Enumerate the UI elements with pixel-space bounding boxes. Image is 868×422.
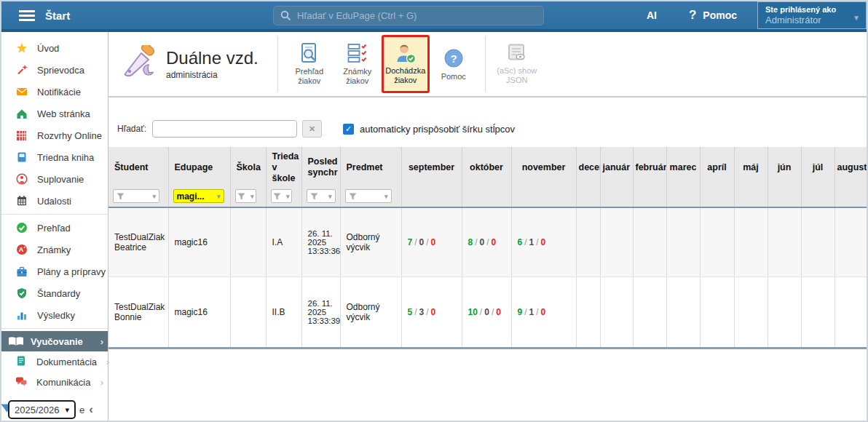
cell-skola bbox=[230, 276, 266, 348]
sidebar-item-notifikacie[interactable]: Notifikácie bbox=[1, 81, 108, 103]
attendance-table: Študent Edupage Škola Trieda v škole Pos… bbox=[108, 147, 868, 349]
sidebar-item-prehlad[interactable]: Prehľad bbox=[1, 217, 108, 239]
grades-circle-icon: A bbox=[15, 244, 28, 255]
sidebar-item-uvod[interactable]: Úvod bbox=[1, 37, 108, 59]
help-button[interactable]: ? Pomoc bbox=[689, 8, 737, 23]
table-search-input[interactable] bbox=[152, 120, 297, 138]
column-header-skola[interactable]: Škola bbox=[230, 147, 266, 188]
table-filter-bar: Hľadať: ✕ ✓ automaticky prispôsobiť šírk… bbox=[117, 120, 867, 138]
column-header-april[interactable]: apríl bbox=[700, 147, 734, 188]
chevron-right-icon: › bbox=[100, 336, 103, 347]
sidebar-item-udalosti[interactable]: Udalosti bbox=[1, 190, 108, 212]
column-header-december[interactable]: decem bbox=[576, 147, 600, 188]
sidebar-item-suplovanie[interactable]: Suplovanie bbox=[1, 168, 108, 190]
table-row[interactable]: TestDualZiak Beatrice magic16 I.A 26. 11… bbox=[108, 207, 868, 276]
column-header-oktober[interactable]: október bbox=[462, 147, 511, 188]
hamburger-menu-icon[interactable] bbox=[19, 10, 35, 21]
column-header-februar[interactable]: február bbox=[633, 147, 666, 188]
sidebar-divider bbox=[1, 214, 108, 215]
sidebar-item-plany-a-pripravy[interactable]: Plány a prípravy bbox=[1, 260, 108, 282]
column-header-august[interactable]: august bbox=[835, 147, 868, 188]
school-year-select[interactable]: 2025/2026 ▾ bbox=[8, 400, 76, 419]
topbar-right-group: AI ? Pomoc Ste prihlásený ako Administrá… bbox=[647, 1, 867, 29]
question-mark-icon: ? bbox=[689, 8, 696, 23]
sidebar-item-vysledky[interactable]: Výsledky bbox=[1, 304, 108, 326]
autofit-checkbox[interactable]: ✓ bbox=[343, 124, 354, 135]
column-header-student[interactable]: Študent bbox=[108, 147, 168, 188]
button-dochadzka-ziakov-selected[interactable]: Dochádzka žiakov bbox=[382, 35, 430, 93]
chevron-right-icon: › bbox=[106, 357, 109, 367]
cell-skola bbox=[230, 207, 266, 276]
column-header-november[interactable]: november bbox=[511, 147, 576, 188]
column-header-jul[interactable]: júl bbox=[801, 147, 835, 188]
caret-down-icon: ▾ bbox=[152, 193, 156, 200]
ai-button[interactable]: AI bbox=[647, 9, 657, 21]
open-book-icon bbox=[7, 336, 25, 347]
sidebar: Úvod Sprievodca Notifikácie Web stránka … bbox=[1, 32, 108, 421]
sidebar-collapse-arrow[interactable]: ‹ bbox=[89, 402, 93, 417]
module-title-block: Duálne vzd. administrácia bbox=[166, 48, 259, 80]
caret-down-icon: ▾ bbox=[384, 193, 388, 200]
main-area: Duálne vzd. administrácia Prehľad žiakov bbox=[108, 32, 867, 421]
clear-search-button[interactable]: ✕ bbox=[302, 120, 322, 138]
pen-wrench-icon bbox=[119, 45, 159, 83]
cell-student: TestDualZiak Beatrice bbox=[108, 207, 168, 276]
sidebar-section-vyucovanie[interactable]: Vyučovanie › bbox=[1, 331, 108, 351]
button-prehlad-ziakov[interactable]: Prehľad žiakov bbox=[285, 35, 334, 93]
shield-check-icon bbox=[15, 287, 28, 299]
cell-student: TestDualZiak Bonnie bbox=[108, 276, 168, 348]
class-book-icon bbox=[15, 151, 28, 163]
column-header-marec[interactable]: marec bbox=[666, 147, 700, 188]
timetable-grid-icon bbox=[15, 130, 28, 141]
envelope-icon bbox=[15, 87, 28, 97]
sidebar-item-web-stranka[interactable]: Web stránka bbox=[1, 103, 108, 124]
cell-edupage: magic16 bbox=[168, 276, 230, 348]
module-title: Duálne vzd. bbox=[166, 48, 259, 68]
filter-trieda[interactable]: ▾ bbox=[271, 189, 292, 203]
cell-attendance-oktober: 10/0/0 bbox=[462, 276, 511, 348]
column-header-trieda-v-skole[interactable]: Trieda v škole bbox=[266, 147, 301, 188]
button-znamky-ziakov[interactable]: Známky žiakov bbox=[334, 35, 382, 93]
cell-attendance-november: 6/1/0 bbox=[511, 207, 576, 276]
column-header-maj[interactable]: máj bbox=[734, 147, 768, 188]
column-header-januar[interactable]: január bbox=[600, 147, 633, 188]
bar-chart-icon bbox=[15, 309, 28, 321]
button-asc-show-json[interactable]: (aSc) show JSON bbox=[493, 35, 541, 93]
funnel-icon bbox=[273, 193, 281, 200]
filter-edupage-active[interactable]: magi... ▾ bbox=[173, 189, 224, 203]
student-attendance-icon bbox=[395, 43, 417, 63]
filter-student[interactable]: ▾ bbox=[113, 189, 159, 203]
caret-down-icon: ▾ bbox=[286, 193, 290, 200]
filter-synchronizacia[interactable]: ▾ bbox=[307, 189, 336, 203]
column-header-posledna-synchronizacia[interactable]: Posled synchr bbox=[301, 147, 340, 188]
sidebar-section-dokumentacia[interactable]: Dokumentácia › bbox=[1, 351, 108, 372]
caret-down-icon: ▼ bbox=[853, 14, 860, 22]
hidden-sidebar-item-label-fragment: e bbox=[79, 405, 84, 415]
sidebar-item-standardy[interactable]: Štandardy bbox=[1, 282, 108, 304]
funnel-icon bbox=[237, 193, 245, 200]
svg-text:?: ? bbox=[450, 52, 457, 64]
filter-predmet[interactable]: ▾ bbox=[345, 189, 392, 203]
sidebar-section-komunikacia[interactable]: Komunikácia › bbox=[1, 372, 108, 392]
column-header-jun[interactable]: jún bbox=[768, 147, 801, 188]
column-header-september[interactable]: september bbox=[401, 147, 462, 188]
logged-in-user-dropdown[interactable]: Ste prihlásený ako Administrátor ▼ bbox=[757, 1, 867, 29]
table-row[interactable]: TestDualZiak Bonnie magic16 II.B 26. 11.… bbox=[108, 276, 868, 348]
global-search-input[interactable]: Hľadať v EduPage (Ctrl + G) bbox=[273, 6, 544, 25]
sidebar-item-znamky[interactable]: A Známky bbox=[1, 239, 108, 260]
start-button[interactable]: Štart bbox=[45, 9, 70, 22]
filter-skola[interactable]: ▾ bbox=[235, 189, 256, 203]
overview-check-icon bbox=[15, 222, 28, 234]
caret-down-icon: ▾ bbox=[250, 193, 254, 200]
chevron-right-icon: › bbox=[100, 377, 103, 388]
house-icon bbox=[15, 108, 28, 119]
sidebar-bottom-row: 2025/2026 ▾ e ‹ bbox=[1, 397, 108, 422]
sidebar-item-rozvrhy-online[interactable]: Rozvrhy Online bbox=[1, 124, 108, 146]
sidebar-item-triedna-kniha[interactable]: Triedna kniha bbox=[1, 146, 108, 168]
table-filter-row: ▾ magi... ▾ bbox=[108, 188, 868, 207]
column-header-predmet[interactable]: Predmet bbox=[340, 147, 401, 188]
content-area: Hľadať: ✕ ✓ automaticky prispôsobiť šírk… bbox=[108, 97, 867, 421]
sidebar-item-sprievodca[interactable]: Sprievodca bbox=[1, 59, 108, 81]
column-header-edupage[interactable]: Edupage bbox=[168, 147, 230, 188]
button-pomoc[interactable]: ? Pomoc bbox=[430, 35, 478, 93]
